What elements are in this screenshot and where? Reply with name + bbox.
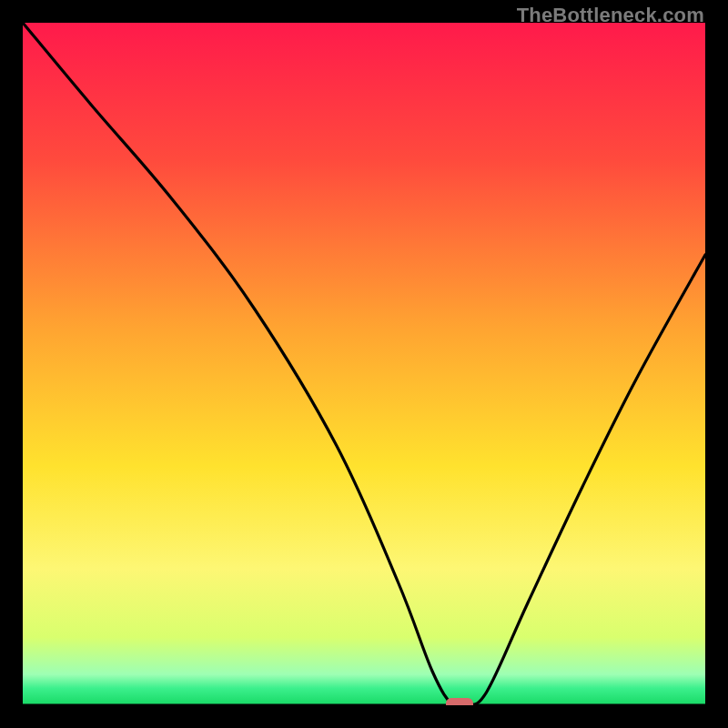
optimal-marker [446,698,473,705]
chart-frame: TheBottleneck.com [0,0,728,728]
chart-svg [23,23,705,705]
bottleneck-curve [23,23,705,705]
watermark-text: TheBottleneck.com [517,4,704,27]
plot-area [23,23,705,705]
